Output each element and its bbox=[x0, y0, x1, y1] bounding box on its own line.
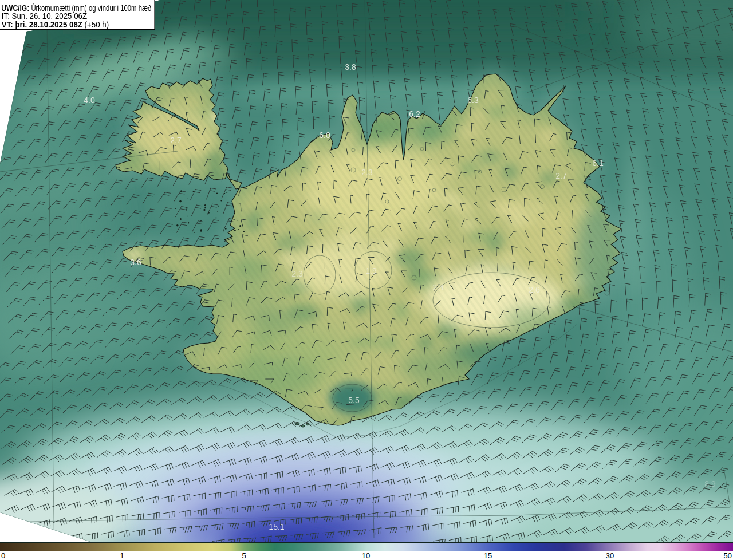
svg-text:2.7: 2.7 bbox=[170, 136, 182, 145]
svg-text:0: 0 bbox=[1, 551, 5, 560]
svg-text:5.5: 5.5 bbox=[348, 396, 360, 405]
svg-text:15: 15 bbox=[484, 551, 492, 560]
svg-text:6.3: 6.3 bbox=[467, 96, 479, 105]
svg-text:2.3: 2.3 bbox=[291, 269, 303, 278]
svg-text:3.8: 3.8 bbox=[345, 62, 356, 72]
svg-text:VT: þri. 28.10.2025 08Z (+50 h: VT: þri. 28.10.2025 08Z (+50 h) bbox=[2, 21, 109, 29]
svg-text:15.1: 15.1 bbox=[269, 522, 284, 531]
svg-text:2.7: 2.7 bbox=[555, 171, 567, 180]
svg-text:IT: Sun. 26. 10. 2025 06Z: IT: Sun. 26. 10. 2025 06Z bbox=[2, 12, 87, 21]
svg-text:2.6: 2.6 bbox=[529, 285, 540, 294]
svg-text:3.6: 3.6 bbox=[130, 258, 141, 267]
svg-text:6.2: 6.2 bbox=[409, 109, 420, 119]
svg-text:50: 50 bbox=[724, 551, 732, 560]
svg-text:30: 30 bbox=[606, 551, 614, 560]
svg-text:5: 5 bbox=[242, 551, 246, 560]
svg-text:UWC/IG: Úrkomumætti (mm) og vi: UWC/IG: Úrkomumætti (mm) og vindur i 100… bbox=[1, 3, 151, 13]
svg-text:1: 1 bbox=[120, 551, 124, 560]
svg-text:2.4: 2.4 bbox=[432, 283, 444, 292]
svg-text:8.9: 8.9 bbox=[704, 479, 716, 488]
svg-text:10: 10 bbox=[362, 551, 370, 560]
svg-text:2.3: 2.3 bbox=[361, 168, 373, 177]
svg-text:4.0: 4.0 bbox=[84, 96, 95, 105]
svg-text:6.1: 6.1 bbox=[592, 159, 604, 168]
svg-text:1.9: 1.9 bbox=[365, 266, 377, 275]
svg-text:6.0: 6.0 bbox=[319, 131, 330, 140]
